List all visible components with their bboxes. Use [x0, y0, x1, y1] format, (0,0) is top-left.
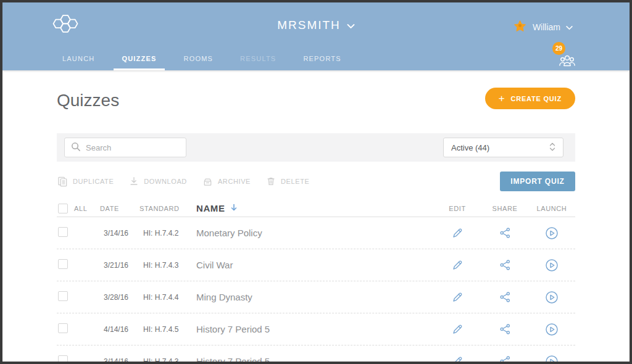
pencil-icon	[451, 227, 464, 239]
table-body: 3/14/16 HI: H.7.4.2 Monetary Policy	[57, 217, 575, 364]
share-button[interactable]	[497, 353, 514, 364]
all-column-header: ALL	[74, 205, 87, 212]
pencil-icon	[451, 291, 464, 304]
row-checkbox[interactable]	[58, 355, 68, 364]
share-column-header: SHARE	[481, 205, 528, 212]
pencil-icon	[451, 355, 464, 364]
name-column-header[interactable]: NAME	[194, 203, 433, 213]
edit-button[interactable]	[449, 321, 466, 338]
play-icon	[545, 226, 559, 240]
star-icon	[513, 19, 527, 35]
share-button[interactable]	[497, 257, 514, 273]
share-button[interactable]	[497, 225, 514, 241]
quiz-standard: HI: H.7.4.4	[139, 293, 194, 302]
pencil-icon	[451, 259, 464, 271]
row-checkbox[interactable]	[58, 227, 68, 237]
import-quiz-button[interactable]: IMPORT QUIZ	[500, 172, 575, 191]
search-icon	[70, 141, 81, 154]
header: MRSMITH William LAUNCH QUIZZES ROOMS RES…	[2, 2, 630, 70]
trash-icon	[265, 176, 276, 187]
filter-selected-value: Active (44)	[451, 143, 489, 152]
create-quiz-label: CREATE QUIZ	[510, 95, 562, 102]
download-button[interactable]: DOWNLOAD	[128, 176, 187, 187]
quiz-name[interactable]: Ming Dynasty	[194, 292, 433, 302]
row-checkbox[interactable]	[58, 259, 68, 269]
quiz-row: 3/21/16 HI: H.7.4.3 Civil War	[57, 249, 575, 281]
table-header-row: ALL DATE STANDARD NAME EDIT SHARE LAUNCH	[57, 200, 575, 217]
chevron-down-icon	[347, 19, 355, 32]
launch-button[interactable]	[543, 320, 561, 339]
quiz-row: 3/28/16 HI: H.7.4.4 Ming Dynasty	[57, 281, 575, 313]
launch-button[interactable]	[543, 352, 561, 364]
plus-icon: +	[499, 93, 505, 104]
quiz-standard: HI: H.7.4.3	[139, 261, 194, 270]
create-quiz-button[interactable]: + CREATE QUIZ	[485, 88, 575, 109]
duplicate-button[interactable]: DUPLICATE	[57, 176, 114, 188]
share-icon	[499, 227, 511, 239]
user-menu[interactable]: William	[513, 19, 573, 35]
user-name: William	[533, 22, 560, 32]
launch-button[interactable]	[543, 288, 561, 307]
row-checkbox[interactable]	[58, 323, 68, 333]
quiz-name[interactable]: History 7 Period 5	[194, 356, 433, 364]
app-window: MRSMITH William LAUNCH QUIZZES ROOMS RES…	[0, 0, 632, 364]
select-all-checkbox[interactable]	[58, 204, 68, 213]
edit-button[interactable]	[449, 289, 466, 306]
people-group-icon	[558, 54, 576, 68]
quiz-name[interactable]: History 7 Period 5	[194, 324, 433, 334]
share-icon	[499, 291, 511, 303]
sort-down-icon	[230, 203, 238, 213]
quiz-date: 3/21/16	[100, 261, 139, 270]
launch-button[interactable]	[543, 256, 561, 275]
filter-bar: Active (44)	[57, 133, 575, 162]
delete-label: DELETE	[281, 178, 309, 185]
share-button[interactable]	[497, 289, 514, 305]
archive-button[interactable]: ARCHIVE	[202, 176, 251, 188]
tab-results[interactable]: RESULTS	[232, 55, 284, 70]
quiz-standard: HI: H.7.4.5	[139, 325, 194, 334]
launch-column-header: LAUNCH	[528, 205, 575, 212]
main-nav: LAUNCH QUIZZES ROOMS RESULTS REPORTS	[54, 55, 360, 70]
quiz-standard: HI: H.7.4.3	[139, 357, 194, 364]
standard-column-header: STANDARD	[139, 205, 194, 212]
tab-quizzes[interactable]: QUIZZES	[114, 55, 164, 70]
share-icon	[499, 323, 511, 335]
quiz-date: 4/14/16	[100, 325, 139, 334]
edit-column-header: EDIT	[433, 205, 481, 212]
search-input[interactable]	[86, 143, 180, 152]
quiz-name[interactable]: Civil War	[194, 260, 433, 270]
quiz-date: 3/28/16	[100, 293, 139, 302]
quizzes-page: Quizzes + CREATE QUIZ Active (44)	[57, 70, 575, 364]
launch-button[interactable]	[543, 224, 561, 242]
tab-rooms[interactable]: ROOMS	[176, 55, 222, 70]
edit-button[interactable]	[449, 257, 466, 274]
quiz-row: 4/14/16 HI: H.7.4.5 History 7 Period 5	[57, 313, 575, 345]
play-icon	[545, 259, 559, 272]
room-title: MRSMITH	[277, 19, 341, 32]
students-online-indicator[interactable]: 29	[555, 47, 576, 68]
download-icon	[128, 176, 139, 187]
row-checkbox[interactable]	[58, 291, 68, 301]
duplicate-icon	[57, 176, 69, 188]
duplicate-label: DUPLICATE	[73, 178, 114, 185]
tab-launch[interactable]: LAUNCH	[54, 55, 102, 70]
quiz-filter-select[interactable]: Active (44)	[443, 138, 563, 157]
delete-button[interactable]: DELETE	[265, 176, 309, 187]
archive-label: ARCHIVE	[218, 178, 251, 185]
play-icon	[545, 291, 559, 304]
play-icon	[545, 323, 559, 336]
share-button[interactable]	[497, 321, 514, 337]
edit-button[interactable]	[449, 225, 466, 242]
select-chevrons-icon	[548, 142, 557, 154]
quiz-name[interactable]: Monetary Policy	[194, 228, 433, 238]
tab-reports[interactable]: REPORTS	[295, 55, 349, 70]
bulk-actions-bar: DUPLICATE DOWNLOAD ARCHIVE	[57, 172, 575, 191]
share-icon	[499, 355, 511, 364]
quiz-row: 3/14/16 HI: H.7.4.2 Monetary Policy	[57, 217, 575, 249]
download-label: DOWNLOAD	[144, 178, 187, 185]
quiz-date: 3/14/16	[100, 229, 139, 238]
edit-button[interactable]	[449, 353, 466, 364]
search-box	[64, 138, 186, 157]
quiz-standard: HI: H.7.4.2	[139, 229, 194, 238]
play-icon	[545, 355, 559, 364]
